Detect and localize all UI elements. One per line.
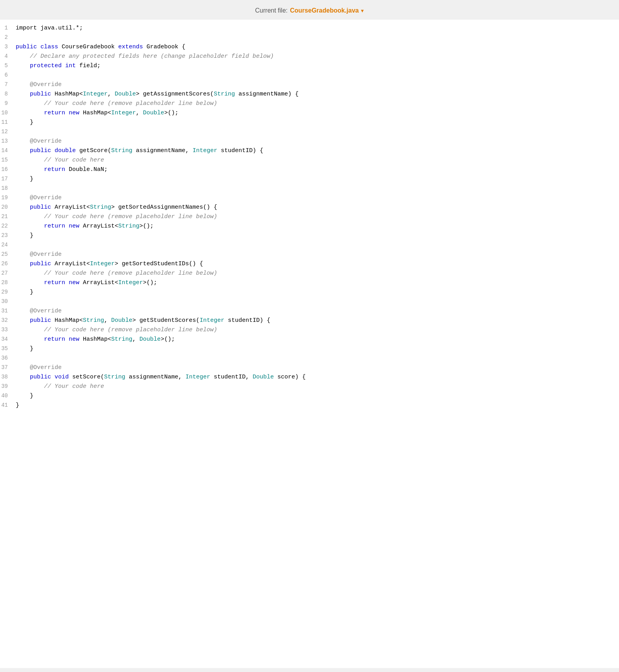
header-filename[interactable]: CourseGradebook.java bbox=[290, 7, 359, 14]
table-row: 19 @Override bbox=[0, 193, 619, 203]
table-row: 36 bbox=[0, 354, 619, 363]
line-content: protected int field; bbox=[16, 61, 611, 71]
line-number: 25 bbox=[0, 251, 16, 257]
table-row: 32 public HashMap<String, Double> getStu… bbox=[0, 316, 619, 325]
line-number: 14 bbox=[0, 147, 16, 154]
line-content: // Your code here bbox=[16, 382, 611, 391]
line-content: return new ArrayList<String>(); bbox=[16, 222, 611, 231]
table-row: 8 public HashMap<Integer, Double> getAss… bbox=[0, 90, 619, 99]
table-row: 27 // Your code here (remove placeholder… bbox=[0, 269, 619, 278]
line-number: 39 bbox=[0, 383, 16, 389]
table-row: 18 bbox=[0, 184, 619, 193]
table-row: 4 // Declare any protected fields here (… bbox=[0, 52, 619, 61]
table-row: 26 public ArrayList<Integer> getSortedSt… bbox=[0, 259, 619, 269]
table-row: 29 } bbox=[0, 288, 619, 297]
line-content: // Your code here (remove placeholder li… bbox=[16, 212, 611, 222]
line-number: 40 bbox=[0, 393, 16, 399]
line-number: 29 bbox=[0, 289, 16, 295]
line-content bbox=[16, 354, 611, 363]
line-content bbox=[16, 33, 611, 42]
table-row: 35 } bbox=[0, 344, 619, 354]
table-row: 21 // Your code here (remove placeholder… bbox=[0, 212, 619, 222]
line-content: } bbox=[16, 288, 611, 297]
line-number: 23 bbox=[0, 232, 16, 239]
line-number: 34 bbox=[0, 336, 16, 342]
line-content: public HashMap<Integer, Double> getAssig… bbox=[16, 90, 611, 99]
table-row: 28 return new ArrayList<Integer>(); bbox=[0, 278, 619, 288]
line-number: 19 bbox=[0, 195, 16, 201]
line-content: return new HashMap<String, Double>(); bbox=[16, 335, 611, 344]
header-label: Current file: bbox=[255, 7, 288, 14]
line-number: 20 bbox=[0, 204, 16, 210]
table-row: 3public class CourseGradebook extends Gr… bbox=[0, 42, 619, 52]
table-row: 40 } bbox=[0, 391, 619, 401]
line-content: } bbox=[16, 401, 611, 410]
table-row: 7 @Override bbox=[0, 80, 619, 90]
line-content: public void setScore(String assignmentNa… bbox=[16, 373, 611, 382]
table-row: 6 bbox=[0, 71, 619, 80]
line-content: } bbox=[16, 231, 611, 241]
line-number: 33 bbox=[0, 327, 16, 333]
line-content: import java.util.*; bbox=[16, 24, 611, 33]
table-row: 11 } bbox=[0, 118, 619, 127]
line-content bbox=[16, 184, 611, 193]
line-number: 36 bbox=[0, 355, 16, 361]
line-number: 1 bbox=[0, 25, 16, 31]
table-row: 1import java.util.*; bbox=[0, 24, 619, 33]
table-row: 22 return new ArrayList<String>(); bbox=[0, 222, 619, 231]
line-number: 21 bbox=[0, 213, 16, 220]
line-content: @Override bbox=[16, 250, 611, 259]
line-content: } bbox=[16, 391, 611, 401]
line-content bbox=[16, 127, 611, 137]
line-content: return new ArrayList<Integer>(); bbox=[16, 278, 611, 288]
line-content: @Override bbox=[16, 137, 611, 146]
file-dropdown-arrow[interactable]: ▾ bbox=[361, 7, 364, 14]
line-number: 37 bbox=[0, 364, 16, 371]
line-number: 7 bbox=[0, 81, 16, 88]
line-content: return Double.NaN; bbox=[16, 165, 611, 174]
line-content bbox=[16, 71, 611, 80]
line-number: 8 bbox=[0, 91, 16, 97]
table-row: 12 bbox=[0, 127, 619, 137]
line-content: @Override bbox=[16, 80, 611, 90]
line-number: 31 bbox=[0, 308, 16, 314]
line-content: // Your code here bbox=[16, 156, 611, 165]
line-number: 32 bbox=[0, 317, 16, 323]
line-number: 28 bbox=[0, 279, 16, 286]
line-number: 4 bbox=[0, 53, 16, 59]
table-row: 5 protected int field; bbox=[0, 61, 619, 71]
line-content: return new HashMap<Integer, Double>(); bbox=[16, 108, 611, 118]
line-number: 30 bbox=[0, 298, 16, 305]
table-row: 23 } bbox=[0, 231, 619, 241]
line-content: // Your code here (remove placeholder li… bbox=[16, 99, 611, 108]
table-row: 10 return new HashMap<Integer, Double>()… bbox=[0, 108, 619, 118]
line-number: 38 bbox=[0, 374, 16, 380]
line-content: public HashMap<String, Double> getStuden… bbox=[16, 316, 611, 325]
line-content: public class CourseGradebook extends Gra… bbox=[16, 42, 611, 52]
line-number: 18 bbox=[0, 185, 16, 191]
table-row: 41} bbox=[0, 401, 619, 410]
table-row: 2 bbox=[0, 33, 619, 42]
line-number: 35 bbox=[0, 345, 16, 352]
line-content bbox=[16, 297, 611, 307]
line-number: 3 bbox=[0, 44, 16, 50]
line-content: } bbox=[16, 174, 611, 184]
line-content: public double getScore(String assignment… bbox=[16, 146, 611, 156]
line-content: // Your code here (remove placeholder li… bbox=[16, 325, 611, 335]
line-number: 11 bbox=[0, 119, 16, 125]
table-row: 34 return new HashMap<String, Double>(); bbox=[0, 335, 619, 344]
table-row: 39 // Your code here bbox=[0, 382, 619, 391]
line-number: 10 bbox=[0, 110, 16, 116]
table-row: 15 // Your code here bbox=[0, 156, 619, 165]
line-number: 17 bbox=[0, 176, 16, 182]
line-number: 16 bbox=[0, 166, 16, 173]
table-row: 14 public double getScore(String assignm… bbox=[0, 146, 619, 156]
line-number: 9 bbox=[0, 100, 16, 106]
line-content: } bbox=[16, 344, 611, 354]
table-row: 30 bbox=[0, 297, 619, 307]
table-row: 25 @Override bbox=[0, 250, 619, 259]
line-number: 6 bbox=[0, 72, 16, 78]
line-number: 12 bbox=[0, 129, 16, 135]
line-content: // Your code here (remove placeholder li… bbox=[16, 269, 611, 278]
line-content: // Declare any protected fields here (ch… bbox=[16, 52, 611, 61]
